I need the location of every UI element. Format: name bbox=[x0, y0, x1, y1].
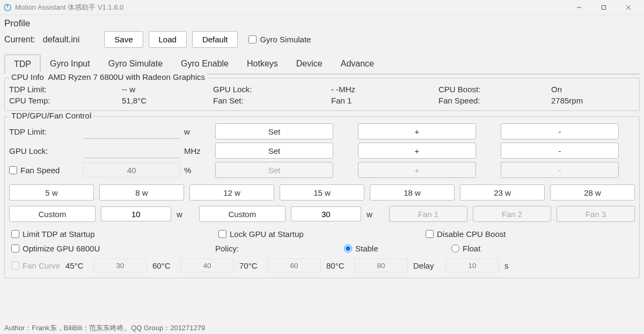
cpu-boost-label: CPU Boost: bbox=[438, 85, 551, 94]
tdp-minus-button[interactable]: - bbox=[501, 123, 619, 139]
gyro-simulate-checkbox[interactable]: Gyro Simulate bbox=[248, 35, 311, 44]
profile-heading: Profile bbox=[4, 18, 640, 29]
maximize-button[interactable] bbox=[591, 0, 616, 15]
fc-t4: 80°C bbox=[326, 261, 349, 270]
svg-rect-2 bbox=[602, 5, 606, 9]
tdp-plus-button[interactable]: + bbox=[358, 123, 476, 139]
control-group: TDP/GPU/Fan Control TDP Limit: w Set + -… bbox=[4, 116, 640, 278]
gpu-lock-label: GPU Lock: bbox=[213, 85, 331, 94]
delay-input bbox=[445, 258, 499, 272]
tab-bar: TDP Gyro Input Gyro Simulate Gyro Enable… bbox=[4, 54, 640, 75]
preset-8w[interactable]: 8 w bbox=[99, 184, 184, 201]
preset-28w[interactable]: 28 w bbox=[550, 184, 635, 201]
default-button[interactable]: Default bbox=[192, 31, 238, 48]
cpu-temp-value: 51,8°C bbox=[122, 96, 213, 105]
custom2-input[interactable] bbox=[291, 206, 361, 221]
footer-text: Author：Frank东，BiliBili：范东东咚咚。QQ Group：20… bbox=[4, 323, 205, 333]
current-label: Current: bbox=[4, 35, 35, 44]
gpu-lock-input[interactable] bbox=[83, 143, 180, 158]
custom2-button[interactable]: Custom bbox=[199, 206, 286, 222]
gpu-minus-button[interactable]: - bbox=[501, 143, 619, 159]
profile-row: Current: default.ini Save Load Default G… bbox=[4, 31, 640, 48]
fan3-button: Fan 3 bbox=[557, 206, 635, 222]
tdp-unit: w bbox=[184, 127, 211, 136]
gpu-unit: MHz bbox=[184, 146, 211, 155]
policy-float-label: Float bbox=[463, 244, 480, 253]
tab-tdp[interactable]: TDP bbox=[4, 54, 41, 75]
fan-curve-label: Fan Curve bbox=[23, 261, 60, 270]
cpu-boost-value: On bbox=[551, 85, 637, 94]
fan-speed-checkbox[interactable]: Fan Speed bbox=[9, 166, 79, 175]
minimize-button[interactable] bbox=[567, 0, 591, 15]
custom1-input[interactable] bbox=[101, 206, 171, 221]
limit-tdp-startup-checkbox[interactable]: Limit TDP at Startup bbox=[11, 229, 218, 239]
policy-label: Policy: bbox=[215, 244, 344, 253]
gyro-simulate-input[interactable] bbox=[248, 35, 257, 43]
gpu-lock-value: - -MHz bbox=[331, 85, 438, 94]
preset-5w[interactable]: 5 w bbox=[9, 184, 94, 201]
custom2-unit: w bbox=[367, 210, 384, 219]
tdp-limit-input[interactable] bbox=[83, 124, 180, 139]
policy-stable-radio[interactable]: Stable bbox=[344, 244, 451, 253]
policy-float-radio[interactable]: Float bbox=[451, 244, 559, 253]
fc-v3 bbox=[267, 258, 321, 272]
gyro-simulate-label: Gyro Simulate bbox=[260, 35, 311, 44]
tab-gyro-simulate[interactable]: Gyro Simulate bbox=[99, 54, 172, 75]
app-icon bbox=[3, 3, 12, 12]
ctrl-gpu-lock-label: GPU Lock: bbox=[9, 146, 79, 155]
window-title: Motion Assistant 体感助手 V1.1.6.0 bbox=[15, 3, 123, 12]
fan-set-button: Set bbox=[215, 162, 333, 178]
tdp-set-button[interactable]: Set bbox=[215, 123, 333, 139]
limit-tdp-startup-label: Limit TDP at Startup bbox=[23, 229, 95, 239]
cpu-model: AMD Ryzen 7 6800U with Radeon Graphics bbox=[48, 72, 205, 81]
cpu-info-title: CPU Info bbox=[11, 72, 44, 81]
cpu-info-group: CPU Info AMD Ryzen 7 6800U with Radeon G… bbox=[4, 78, 640, 111]
preset-18w[interactable]: 18 w bbox=[370, 184, 455, 201]
tab-gyro-enable[interactable]: Gyro Enable bbox=[172, 54, 238, 75]
tab-advance[interactable]: Advance bbox=[332, 54, 383, 75]
current-value: default.ini bbox=[43, 35, 80, 44]
disable-cpu-boost-checkbox[interactable]: Disable CPU Boost bbox=[426, 229, 633, 239]
fan-speed-input bbox=[83, 162, 180, 177]
fan-speed-label: Fan Speed: bbox=[438, 96, 551, 105]
fan-minus-button: - bbox=[501, 162, 619, 178]
tdp-limit-value: -- w bbox=[122, 85, 213, 94]
lock-gpu-startup-checkbox[interactable]: Lock GPU at Startup bbox=[218, 229, 426, 239]
tdp-limit-label: TDP Limit: bbox=[9, 85, 122, 94]
custom1-unit: w bbox=[177, 210, 194, 219]
fan-unit: % bbox=[184, 166, 211, 175]
optimize-gpu-checkbox[interactable]: Optimize GPU 6800U bbox=[11, 244, 215, 253]
close-button[interactable] bbox=[616, 0, 641, 15]
delay-unit: s bbox=[504, 261, 509, 270]
fan-set-label: Fan Set: bbox=[213, 96, 331, 105]
fan-set-value: Fan 1 bbox=[331, 96, 438, 105]
fc-v4 bbox=[354, 258, 408, 272]
preset-15w[interactable]: 15 w bbox=[280, 184, 364, 201]
fan1-button: Fan 1 bbox=[389, 206, 467, 222]
policy-stable-label: Stable bbox=[355, 244, 378, 253]
fc-t1: 45°C bbox=[65, 261, 88, 270]
tab-hotkeys[interactable]: Hotkeys bbox=[238, 54, 287, 75]
gpu-set-button[interactable]: Set bbox=[215, 143, 333, 159]
tab-gyro-input[interactable]: Gyro Input bbox=[41, 54, 99, 75]
preset-23w[interactable]: 23 w bbox=[460, 184, 545, 201]
lock-gpu-startup-label: Lock GPU at Startup bbox=[230, 229, 304, 239]
fan-speed-value: 2785rpm bbox=[551, 96, 637, 105]
tab-device[interactable]: Device bbox=[287, 54, 332, 75]
ctrl-fan-speed-label: Fan Speed bbox=[20, 166, 60, 175]
load-button[interactable]: Load bbox=[149, 31, 187, 48]
fan-speed-check-input[interactable] bbox=[9, 166, 17, 174]
ctrl-tdp-limit-label: TDP Limit: bbox=[9, 127, 79, 136]
fan-curve-checkbox: Fan Curve bbox=[11, 261, 60, 270]
preset-12w[interactable]: 12 w bbox=[189, 184, 274, 201]
fc-v2 bbox=[180, 258, 234, 272]
fc-t2: 60°C bbox=[152, 261, 175, 270]
title-bar: Motion Assistant 体感助手 V1.1.6.0 bbox=[0, 0, 644, 15]
fc-v1 bbox=[93, 258, 147, 272]
delay-label: Delay bbox=[413, 261, 440, 270]
gpu-plus-button[interactable]: + bbox=[358, 143, 476, 159]
fan-plus-button: + bbox=[358, 162, 476, 178]
custom1-button[interactable]: Custom bbox=[9, 206, 96, 222]
disable-cpu-boost-label: Disable CPU Boost bbox=[437, 229, 506, 239]
save-button[interactable]: Save bbox=[104, 31, 143, 48]
